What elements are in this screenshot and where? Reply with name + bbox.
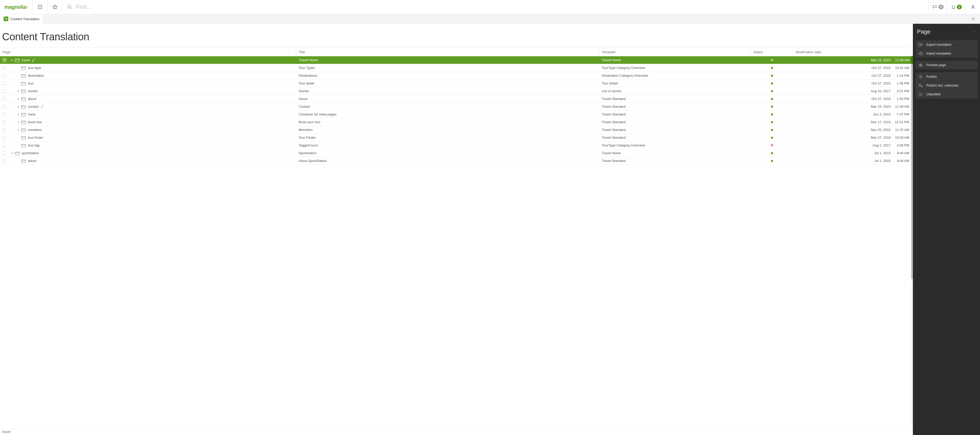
svg-rect-6 xyxy=(38,8,39,9)
row-status xyxy=(751,56,793,64)
row-checkbox[interactable] xyxy=(3,89,6,93)
row-date: Mar 23, 202311:59 AM xyxy=(793,103,913,111)
column-header-date[interactable]: Modification date xyxy=(793,48,913,56)
row-checkbox[interactable] xyxy=(3,120,6,124)
row-page-name: meta xyxy=(28,112,35,116)
row-checkbox[interactable] xyxy=(3,66,6,70)
table-row[interactable]: aboutAbout SportStationTravel StandardJu… xyxy=(0,157,913,165)
row-status xyxy=(751,103,793,111)
expander-toggle[interactable] xyxy=(16,89,20,93)
table-row[interactable]: tourTour detailTour DetailOct 27, 20151:… xyxy=(0,80,913,87)
table-row[interactable]: storiesStoriesList of storiesAug 10, 201… xyxy=(0,87,913,95)
actions-header[interactable]: Page xyxy=(915,29,977,40)
svg-point-22 xyxy=(771,98,773,100)
row-checkbox[interactable] xyxy=(3,97,6,101)
row-template: Travel Standard xyxy=(599,157,751,165)
page-icon xyxy=(21,113,25,116)
row-checkbox[interactable] xyxy=(3,136,6,140)
row-date: Jun 3, 20157:37 PM xyxy=(793,111,913,118)
expander-toggle[interactable] xyxy=(16,120,20,124)
row-page-name: about xyxy=(28,159,37,163)
content-grid: Page Title Template Status Modification … xyxy=(0,48,913,165)
column-header-template[interactable]: Template xyxy=(599,48,751,56)
row-checkbox[interactable] xyxy=(3,159,6,163)
table-row[interactable]: tour-tagTagged toursTourType Category Ov… xyxy=(0,142,913,149)
action-import[interactable]: Import translation xyxy=(915,49,977,57)
expander-toggle[interactable] xyxy=(16,113,20,116)
row-date: Oct 27, 20151:50 PM xyxy=(793,95,913,103)
action-label: Publish xyxy=(926,75,937,78)
action-publish-incl[interactable]: Publish incl. subnodes xyxy=(915,81,977,90)
action-group: PublishPublish incl. subnodesUnpublish xyxy=(915,72,977,99)
row-checkbox[interactable] xyxy=(3,105,6,108)
table-row[interactable]: destinationDestinationsDestination Categ… xyxy=(0,72,913,80)
tab-strip: Content Translation xyxy=(0,14,980,24)
inheritance-icon xyxy=(41,105,45,109)
table-row[interactable]: book-tourBook your tourTravel StandardDe… xyxy=(0,118,913,126)
column-header-status[interactable]: Status xyxy=(751,48,793,56)
row-checkbox[interactable] xyxy=(3,74,6,78)
row-date: Nov 25, 201511:37 AM xyxy=(793,126,913,134)
svg-line-11 xyxy=(70,8,72,9)
tasks-badge: 0 xyxy=(939,5,943,9)
action-unpublish[interactable]: Unpublish xyxy=(915,90,977,99)
page-icon xyxy=(15,59,19,62)
preview-icon xyxy=(918,64,923,67)
table-row[interactable]: metaContainer for meta pagesTravel Stand… xyxy=(0,111,913,118)
row-title: Sportstation xyxy=(296,149,599,157)
profile-button[interactable] xyxy=(966,0,980,14)
expander-toggle[interactable] xyxy=(10,151,14,155)
header-right: 0 1 xyxy=(928,0,980,14)
row-page-name: travel xyxy=(22,58,30,62)
row-title: Travel Home xyxy=(296,56,599,64)
svg-rect-4 xyxy=(40,7,40,8)
column-header-page[interactable]: Page xyxy=(0,48,296,56)
row-checkbox[interactable] xyxy=(3,143,6,147)
expander-toggle[interactable] xyxy=(16,97,20,101)
svg-rect-5 xyxy=(41,7,42,8)
vertical-scrollbar[interactable] xyxy=(911,56,913,428)
svg-point-10 xyxy=(68,5,71,8)
table-row[interactable]: sportstationSportstationTravel HomeJul 1… xyxy=(0,149,913,157)
svg-point-37 xyxy=(920,85,920,86)
tab-content-translation[interactable]: Content Translation xyxy=(0,14,43,24)
action-preview[interactable]: Preview page xyxy=(915,61,977,69)
action-export[interactable]: Export translation xyxy=(915,40,977,49)
tasks-button[interactable]: 0 xyxy=(928,0,947,14)
row-status xyxy=(751,111,793,118)
action-publish[interactable]: Publish xyxy=(915,72,977,81)
row-checkbox[interactable] xyxy=(3,58,6,62)
row-date: Aug 10, 20175:31 PM xyxy=(793,87,913,95)
table-row[interactable]: aboutAboutTravel StandardOct 27, 20151:5… xyxy=(0,95,913,103)
table-row[interactable]: travelTravel HomeTravel HomeMar 23, 2023… xyxy=(0,56,913,64)
app-launcher-button[interactable] xyxy=(32,0,47,14)
table-row[interactable]: membersMembersTravel StandardNov 25, 201… xyxy=(0,126,913,134)
row-status xyxy=(751,72,793,80)
actions-panel-title: Page xyxy=(917,29,930,35)
svg-point-21 xyxy=(771,90,773,92)
favorites-button[interactable] xyxy=(47,0,62,14)
grid-icon xyxy=(38,5,42,9)
table-row[interactable]: tour-typeTour TypesTourType Category Ove… xyxy=(0,64,913,72)
svg-point-20 xyxy=(771,83,773,84)
grid-wrap[interactable]: Page Title Template Status Modification … xyxy=(0,48,913,428)
row-template: List of stories xyxy=(599,87,751,95)
row-checkbox[interactable] xyxy=(3,151,6,155)
column-header-title[interactable]: Title xyxy=(296,48,599,56)
expander-toggle[interactable] xyxy=(10,58,14,62)
close-tab-button[interactable] xyxy=(969,15,977,23)
table-row[interactable]: contactContactTravel StandardMar 23, 202… xyxy=(0,103,913,111)
row-checkbox[interactable] xyxy=(3,113,6,116)
table-row[interactable]: tour-finderTour FinderTravel StandardMar… xyxy=(0,134,913,142)
row-checkbox[interactable] xyxy=(3,128,6,132)
row-checkbox[interactable] xyxy=(3,81,6,85)
notifications-button[interactable]: 1 xyxy=(947,0,966,14)
search-input[interactable] xyxy=(76,4,924,10)
scrollbar-thumb[interactable] xyxy=(911,56,913,279)
action-label: Preview page xyxy=(926,63,946,67)
row-title: Tagged tours xyxy=(296,142,599,149)
expander-toggle[interactable] xyxy=(16,128,20,132)
expander-toggle[interactable] xyxy=(16,105,20,108)
publish-incl-icon xyxy=(918,84,923,87)
svg-point-26 xyxy=(771,129,773,131)
